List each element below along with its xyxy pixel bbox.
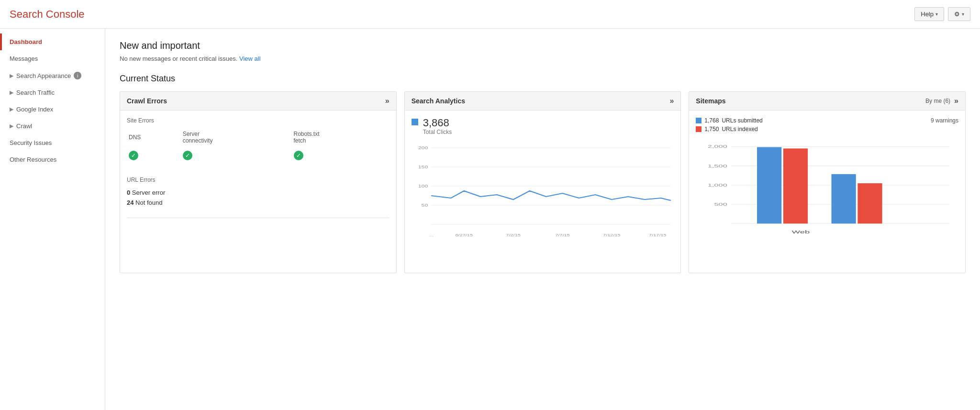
svg-text:1,000: 1,000 bbox=[708, 183, 727, 188]
svg-text:100: 100 bbox=[418, 184, 428, 188]
divider bbox=[127, 218, 390, 218]
svg-text:6/27/15: 6/27/15 bbox=[455, 233, 473, 237]
svg-text:1,500: 1,500 bbox=[708, 164, 727, 168]
svg-text:500: 500 bbox=[714, 202, 727, 207]
col-server-connectivity: Serverconnectivity bbox=[181, 129, 292, 148]
sidebar-google-index-label: Google Index bbox=[16, 106, 53, 113]
header-actions: Help ▾ ⚙ ▾ bbox=[914, 7, 970, 21]
urls-indexed-count: 1,750 bbox=[704, 126, 719, 133]
cards-row: Crawl Errors » Site Errors DNS Servercon… bbox=[120, 91, 966, 273]
line-chart-svg: 200 150 100 50 ... 6/27/15 7/2/15 7/7/15… bbox=[412, 143, 674, 239]
settings-button[interactable]: ⚙ ▾ bbox=[948, 7, 970, 21]
help-label: Help bbox=[921, 11, 934, 18]
sidebar-item-crawl[interactable]: ▶ Crawl bbox=[0, 118, 105, 134]
urls-submitted-legend: 1,768 URLs submitted bbox=[696, 117, 762, 124]
gear-icon: ⚙ bbox=[954, 11, 960, 18]
sidebar-search-appearance-label: Search Appearance bbox=[16, 72, 71, 79]
svg-text:7/12/15: 7/12/15 bbox=[603, 233, 621, 237]
search-analytics-body: 3,868 Total Clicks bbox=[405, 111, 681, 245]
crawl-errors-header[interactable]: Crawl Errors » bbox=[120, 92, 396, 111]
search-analytics-card: Search Analytics » 3,868 Total Clicks bbox=[404, 91, 681, 273]
header: Search Console Help ▾ ⚙ ▾ bbox=[0, 0, 980, 29]
server-status: ✓ bbox=[181, 148, 292, 163]
blue-square-icon bbox=[412, 119, 418, 125]
server-check-icon: ✓ bbox=[183, 151, 192, 160]
bar-chart-svg: 2,000 1,500 1,000 500 bbox=[696, 142, 958, 247]
blue-legend-icon bbox=[696, 118, 702, 123]
dns-status: ✓ bbox=[127, 148, 181, 163]
total-clicks-label: Total Clicks bbox=[423, 129, 452, 135]
server-error-count: 0 bbox=[127, 189, 130, 196]
search-analytics-title: Search Analytics bbox=[412, 97, 465, 105]
sitemaps-by-label: By me (6) bbox=[925, 98, 950, 104]
urls-indexed-legend: 1,750 URLs indexed bbox=[696, 126, 762, 133]
sidebar-item-dashboard[interactable]: Dashboard bbox=[0, 33, 105, 50]
server-error-text: Server error bbox=[132, 189, 165, 196]
help-button[interactable]: Help ▾ bbox=[914, 7, 944, 21]
site-errors-label: Site Errors bbox=[127, 117, 390, 124]
sitemaps-chevron-icon: » bbox=[954, 97, 958, 105]
bar-indexed-2 bbox=[858, 183, 882, 223]
sidebar-search-traffic-label: Search Traffic bbox=[16, 89, 55, 96]
main-content: New and important No new messages or rec… bbox=[105, 29, 980, 410]
not-found-text: Not found bbox=[135, 199, 162, 206]
url-errors-label: URL Errors bbox=[127, 177, 390, 183]
total-clicks-number: 3,868 bbox=[423, 117, 452, 129]
sidebar-item-other-resources[interactable]: Other Resources bbox=[0, 151, 105, 168]
bar-indexed bbox=[783, 148, 808, 223]
no-messages-row: No new messages or recent critical issue… bbox=[120, 55, 966, 62]
sidebar-other-resources-label: Other Resources bbox=[10, 156, 56, 163]
sidebar-security-issues-label: Security Issues bbox=[10, 139, 52, 146]
not-found-count: 24 bbox=[127, 199, 134, 206]
robots-check-icon: ✓ bbox=[294, 151, 303, 160]
sitemaps-title: Sitemaps bbox=[696, 97, 725, 105]
sidebar-messages-label: Messages bbox=[10, 55, 38, 62]
app-title: Search Console bbox=[10, 8, 85, 21]
urls-indexed-label: URLs indexed bbox=[722, 126, 757, 133]
info-icon: i bbox=[74, 72, 81, 79]
sitemaps-legend-row: 1,768 URLs submitted 1,750 URLs indexed … bbox=[696, 117, 958, 134]
svg-text:...: ... bbox=[429, 233, 433, 237]
sidebar-item-security-issues[interactable]: Security Issues bbox=[0, 134, 105, 151]
sidebar-crawl-label: Crawl bbox=[16, 122, 32, 130]
layout: Dashboard Messages ▶ Search Appearance i… bbox=[0, 29, 980, 410]
sitemaps-legend: 1,768 URLs submitted 1,750 URLs indexed bbox=[696, 117, 762, 134]
urls-submitted-count: 1,768 bbox=[704, 117, 719, 124]
line-chart-container: 200 150 100 50 ... 6/27/15 7/2/15 7/7/15… bbox=[412, 143, 674, 239]
svg-text:150: 150 bbox=[418, 165, 428, 169]
search-analytics-header[interactable]: Search Analytics » bbox=[405, 92, 681, 111]
arrow-icon: ▶ bbox=[10, 123, 13, 129]
sitemaps-header-right: By me (6) » bbox=[925, 97, 958, 105]
crawl-errors-chevron-icon: » bbox=[385, 97, 390, 105]
sidebar-dashboard-label: Dashboard bbox=[10, 38, 42, 45]
arrow-icon: ▶ bbox=[10, 106, 13, 112]
sidebar-item-messages[interactable]: Messages bbox=[0, 50, 105, 67]
svg-text:2,000: 2,000 bbox=[708, 144, 727, 149]
view-all-link[interactable]: View all bbox=[239, 55, 261, 62]
svg-text:7/2/15: 7/2/15 bbox=[506, 233, 520, 237]
sidebar-item-search-appearance[interactable]: ▶ Search Appearance i bbox=[0, 67, 105, 84]
search-analytics-chevron-icon: » bbox=[669, 97, 674, 105]
url-errors-section: URL Errors 0 Server error 24 Not found bbox=[127, 171, 390, 208]
urls-submitted-label: URLs submitted bbox=[722, 117, 762, 124]
svg-text:200: 200 bbox=[418, 145, 428, 150]
bar-chart-container: 2,000 1,500 1,000 500 bbox=[696, 142, 958, 247]
bar-submitted bbox=[757, 147, 781, 224]
svg-text:7/17/15: 7/17/15 bbox=[649, 233, 667, 237]
sidebar: Dashboard Messages ▶ Search Appearance i… bbox=[0, 29, 105, 410]
col-robots-txt: Robots.txtfetch bbox=[292, 129, 390, 148]
bar-submitted-2 bbox=[832, 174, 856, 223]
svg-text:50: 50 bbox=[421, 203, 428, 208]
svg-text:Web: Web bbox=[792, 230, 810, 234]
sidebar-item-search-traffic[interactable]: ▶ Search Traffic bbox=[0, 84, 105, 101]
sidebar-item-google-index[interactable]: ▶ Google Index bbox=[0, 101, 105, 118]
new-important-title: New and important bbox=[120, 40, 966, 51]
settings-chevron-icon: ▾ bbox=[962, 11, 964, 17]
not-found-row: 24 Not found bbox=[127, 198, 390, 208]
sitemaps-header[interactable]: Sitemaps By me (6) » bbox=[689, 92, 965, 111]
table-row: ✓ ✓ ✓ bbox=[127, 148, 390, 163]
warnings-badge: 9 warnings bbox=[931, 117, 958, 124]
arrow-icon: ▶ bbox=[10, 89, 13, 96]
analytics-numbers: 3,868 Total Clicks bbox=[423, 117, 452, 135]
sitemaps-body: 1,768 URLs submitted 1,750 URLs indexed … bbox=[689, 111, 965, 254]
